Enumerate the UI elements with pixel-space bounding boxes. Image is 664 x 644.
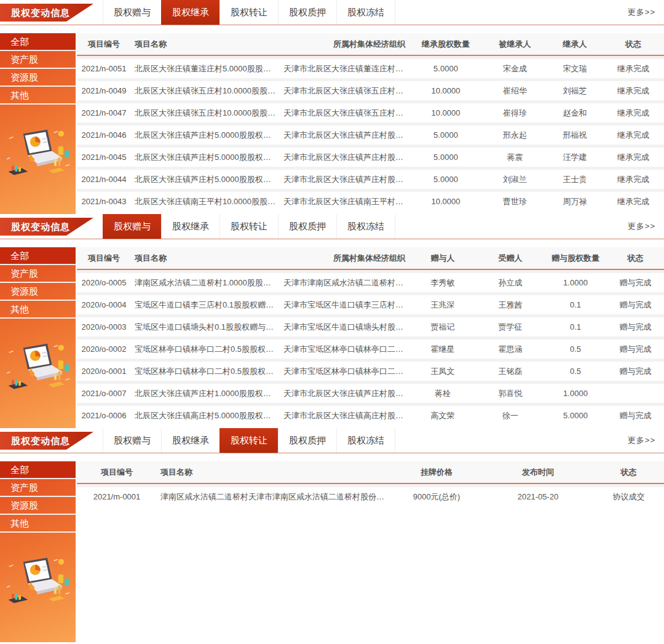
table-row[interactable]: 2021/n-0045 北辰区大张庄镇芦庄村5.0000股股权继承... 天津市… [77,145,664,167]
cell-project-id: 2021/m-0001 [77,487,157,506]
section-gift: 股权变动信息 股权赠与 股权继承 股权转让 股权质押 股权冻结 更多>> 全部 … [0,214,664,428]
cell-status [607,384,664,403]
cell-project-id: 2020/o-0005 [77,273,131,292]
sidebar-item-all[interactable]: 全部 [0,461,76,479]
cell-recipient: 贾学征 [476,317,544,336]
section-transfer: 股权变动信息 股权赠与 股权继承 股权转让 股权质押 股权冻结 更多>> 全部 … [0,428,664,642]
col-decedent: 被继承人 [483,33,547,55]
cell-project-name: 北辰区大张庄镇芦庄村5.0000股股权继承... [131,148,280,167]
cell-project-name: 北辰区大张庄镇张五庄村10.0000股股权继... [131,103,280,122]
table-row[interactable]: 2021/m-0001 津南区咸水沽镇二道桥村天津市津南区咸水沽镇二道桥村股份经… [77,484,664,506]
table-row[interactable]: 2021/n-0043 北辰区大张庄镇南王平村10.0000股股权继... 天津… [77,189,664,211]
table-row[interactable]: 2021/o-0007 北辰区大张庄镇芦庄村1.0000股股权赠与... 天津市… [77,381,664,403]
cell-project-id: 2021/n-0047 [77,103,131,122]
sidebar-item-asset-shares[interactable]: 资产股 [0,479,76,497]
sidebar-item-resource-shares[interactable]: 资源股 [0,283,76,301]
sidebar-item-other[interactable]: 其他 [0,515,76,533]
tab-inheritance[interactable]: 股权继承 [161,214,219,239]
tab-pledge[interactable]: 股权质押 [278,0,336,25]
cell-gift-amount: 0.5 [544,340,607,359]
sidebar-item-asset-shares[interactable]: 资产股 [0,265,76,283]
table-header-row: 项目编号 项目名称 所属村集体经济组织 赠与人 受赠人 赠与股权数量 状态 [77,247,664,270]
cell-recipient: 霍思涵 [476,340,544,359]
more-link[interactable]: 更多>> [628,221,664,232]
cell-project-name: 宝坻区牛道口镇李三店村0.1股股权赠与项目 [131,295,280,314]
tab-transfer[interactable]: 股权转让 [219,214,278,239]
table-row[interactable]: 2021/n-0046 北辰区大张庄镇芦庄村5.0000股股权继承... 天津市… [77,122,664,145]
col-publish-date: 发布时间 [483,461,593,483]
table-row[interactable]: 2020/o-0004 宝坻区牛道口镇李三店村0.1股股权赠与项目 天津市宝坻区… [77,292,664,314]
table-header-row: 项目编号 项目名称 挂牌价格 发布时间 状态 [77,461,664,484]
cell-village-org: 天津市宝坻区林亭口镇林亭口二村... [280,340,409,359]
tab-inheritance[interactable]: 股权继承 [161,428,219,453]
tab-gift[interactable]: 股权赠与 [103,0,161,25]
cell-inherit-amount: 10.0000 [409,192,483,211]
cell-village-org: 天津市北辰区大张庄镇芦庄村股份... [280,125,409,145]
cell-status: 赠与完成 [607,295,664,314]
cell-status: 赠与完成 [607,362,664,381]
section-inheritance: 股权变动信息 股权赠与 股权继承 股权转让 股权质押 股权冻结 更多>> 全部 … [0,0,664,214]
cell-inherit-amount: 10.0000 [409,81,483,100]
cell-project-name: 宝坻区牛道口镇塘头村0.1股股权赠与项目 [131,317,280,336]
sidebar-item-asset-shares[interactable]: 资产股 [0,51,76,69]
cell-recipient: 郭喜悦 [476,384,544,403]
table-row[interactable]: 2021/n-0044 北辰区大张庄镇芦庄村5.0000股股权继承... 天津市… [77,167,664,189]
table-row[interactable]: 2021/o-0006 北辰区大张庄镇高庄村5.0000股股权赠与... 天津市… [77,403,664,425]
cell-village-org: 天津市北辰区大张庄镇董连庄村股... [280,59,409,78]
cell-decedent: 刘淑兰 [483,170,547,189]
more-link[interactable]: 更多>> [628,7,664,18]
cell-project-id: 2021/o-0007 [77,384,131,403]
cell-donor: 霍继星 [409,340,476,359]
tab-pledge[interactable]: 股权质押 [278,428,336,453]
section-title-flag: 股权变动信息 [0,218,93,236]
cell-project-id: 2020/o-0001 [77,362,131,381]
cell-project-id: 2021/o-0006 [77,406,131,425]
tab-freeze[interactable]: 股权冻结 [336,0,395,25]
table-row[interactable]: 2021/n-0047 北辰区大张庄镇张五庄村10.0000股股权继... 天津… [77,100,664,122]
tab-gift[interactable]: 股权赠与 [103,214,161,239]
cell-project-name: 北辰区大张庄镇董连庄村5.0000股股权继... [131,59,280,78]
tab-pledge[interactable]: 股权质押 [278,214,336,239]
sidebar-item-resource-shares[interactable]: 资源股 [0,69,76,87]
cell-inherit-amount: 5.0000 [409,170,483,189]
sidebar-item-other[interactable]: 其他 [0,301,76,319]
cell-heir: 王士贵 [547,170,603,189]
col-inherit-amount: 继承股权数量 [409,33,483,55]
cell-heir: 周万禄 [547,192,603,211]
cell-village-org: 天津市北辰区大张庄镇张五庄村股... [280,81,409,100]
cell-village-org: 天津市北辰区大张庄镇高庄村股份... [280,406,409,425]
table-row[interactable]: 2020/o-0002 宝坻区林亭口镇林亭口二村0.5股股权赠与... 天津市宝… [77,336,664,359]
sidebar-item-all[interactable]: 全部 [0,247,76,265]
table-row[interactable]: 2021/n-0051 北辰区大张庄镇董连庄村5.0000股股权继... 天津市… [77,56,664,78]
cell-decedent: 曹世珍 [483,192,547,211]
cell-project-name: 北辰区大张庄镇南王平村10.0000股股权继... [131,192,280,211]
cell-recipient: 王雅茜 [476,295,544,314]
tab-freeze[interactable]: 股权冻结 [336,214,395,239]
table-row[interactable]: 2020/o-0005 津南区咸水沽镇二道桥村1.0000股股权赠... 天津市… [77,270,664,292]
tab-gift[interactable]: 股权赠与 [103,428,161,453]
table-row[interactable]: 2020/o-0003 宝坻区牛道口镇塘头村0.1股股权赠与项目 天津市宝坻区牛… [77,314,664,336]
tab-transfer[interactable]: 股权转让 [219,0,278,25]
tab-transfer[interactable]: 股权转让 [219,428,278,453]
cell-gift-amount: 0.5 [544,362,607,381]
more-link[interactable]: 更多>> [628,435,664,446]
cell-gift-amount: 0.1 [544,295,607,314]
cell-status: 继承完成 [603,148,664,167]
cell-publish-date: 2021-05-20 [483,487,593,506]
tab-inheritance[interactable]: 股权继承 [161,0,219,25]
cell-inherit-amount: 5.0000 [409,148,483,167]
cell-status: 继承完成 [603,125,664,145]
col-recipient: 受赠人 [476,247,544,269]
cell-gift-amount: 1.0000 [544,384,607,403]
cell-project-name: 津南区咸水沽镇二道桥村天津市津南区咸水沽镇二道桥村股份经... [157,487,390,506]
tab-freeze[interactable]: 股权冻结 [336,428,395,453]
table-row[interactable]: 2020/o-0001 宝坻区林亭口镇林亭口二村0.5股股权赠与... 天津市宝… [77,359,664,381]
sidebar-item-resource-shares[interactable]: 资源股 [0,497,76,515]
cell-heir: 赵金和 [547,103,603,122]
sidebar-item-all[interactable]: 全部 [0,33,76,51]
cell-inherit-amount: 5.0000 [409,125,483,145]
col-gift-amount: 赠与股权数量 [544,247,607,269]
transfer-table: 项目编号 项目名称 挂牌价格 发布时间 状态 2021/m-0001 津南区咸水… [77,461,664,642]
sidebar-item-other[interactable]: 其他 [0,87,76,105]
table-row[interactable]: 2021/n-0049 北辰区大张庄镇张五庄村10.0000股股权继... 天津… [77,78,664,100]
